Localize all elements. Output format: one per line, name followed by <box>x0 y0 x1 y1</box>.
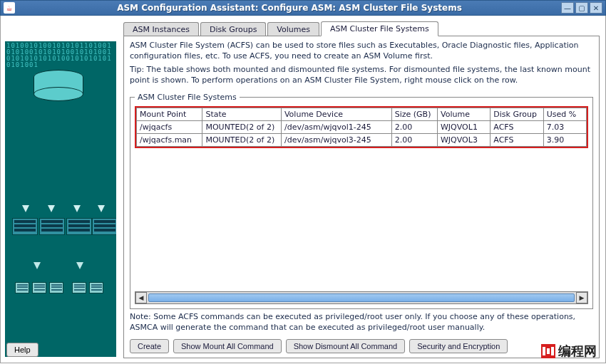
cell-mount-point[interactable]: /wjqacfs.man <box>137 134 202 147</box>
cell-size-gb[interactable]: 2.00 <box>391 134 437 147</box>
button-row: Create Show Mount All Command Show Dismo… <box>130 336 593 353</box>
fieldset-legend: ASM Cluster File Systems <box>135 93 240 102</box>
mini-tray-icon <box>49 282 63 293</box>
help-button[interactable]: Help <box>6 343 38 357</box>
storage-tray-icon <box>12 218 38 235</box>
cell-volume[interactable]: WJQVOL1 <box>437 121 490 134</box>
cell-volume[interactable]: WJQVOL3 <box>437 134 490 147</box>
scroll-right-button[interactable]: ▶ <box>576 292 587 303</box>
arrow-icon <box>48 205 55 212</box>
cell-volume-device[interactable]: /dev/asm/wjqvol3-245 <box>281 134 391 147</box>
cell-used-pct[interactable]: 3.90 <box>543 134 586 147</box>
acfs-table[interactable]: Mount Point State Volume Device Size (GB… <box>136 108 587 147</box>
cell-mount-point[interactable]: /wjqacfs <box>137 121 202 134</box>
tab-content: ASM Cluster File System (ACFS) can be us… <box>123 36 600 358</box>
cell-disk-group[interactable]: ACFS <box>491 121 543 134</box>
window-body: 1010010100101010110100101010010101010010… <box>0 16 606 363</box>
mini-tray-icon <box>32 282 46 293</box>
scroll-left-button[interactable]: ◀ <box>135 292 147 303</box>
mini-tray-icon <box>15 282 29 293</box>
mini-tray-icon <box>89 282 103 293</box>
cell-state[interactable]: MOUNTED(2 of 2) <box>202 121 282 134</box>
main-panel: ASM Instances Disk Groups Volumes ASM Cl… <box>116 16 605 363</box>
show-dismount-all-button[interactable]: Show Dismount All Command <box>286 339 406 353</box>
table-row[interactable]: /wjqacfs MOUNTED(2 of 2) /dev/asm/wjqvol… <box>137 121 587 134</box>
window-title: ASM Configuration Assistant: Configure A… <box>18 3 561 13</box>
cell-volume-device[interactable]: /dev/asm/wjqvol1-245 <box>281 121 391 134</box>
tip-text: Tip: The table shows both mounted and di… <box>130 65 593 86</box>
col-mount-point[interactable]: Mount Point <box>137 108 202 121</box>
arrow-icon <box>22 205 29 212</box>
col-size-gb[interactable]: Size (GB) <box>391 108 437 121</box>
table-header-row: Mount Point State Volume Device Size (GB… <box>137 108 587 121</box>
tab-asm-cluster-file-systems[interactable]: ASM Cluster File Systems <box>321 21 438 36</box>
cell-state[interactable]: MOUNTED(2 of 2) <box>202 134 282 147</box>
window-titlebar: ☕ ASM Configuration Assistant: Configure… <box>0 0 606 16</box>
minimize-button[interactable]: — <box>561 2 574 14</box>
window-controls: — ▢ ✕ <box>561 2 602 14</box>
horizontal-scrollbar[interactable]: ◀ ▶ <box>135 291 588 304</box>
acfs-table-highlight: Mount Point State Volume Device Size (GB… <box>135 106 588 148</box>
col-state[interactable]: State <box>202 108 282 121</box>
cell-disk-group[interactable]: ACFS <box>491 134 543 147</box>
binary-decor: 1010010100101010110100101010010101010010… <box>5 41 116 70</box>
show-mount-all-button[interactable]: Show Mount All Command <box>173 339 282 353</box>
storage-tray-icon <box>92 218 116 235</box>
tab-asm-instances[interactable]: ASM Instances <box>123 22 199 36</box>
col-volume-device[interactable]: Volume Device <box>281 108 391 121</box>
col-volume[interactable]: Volume <box>437 108 490 121</box>
col-used-pct[interactable]: Used % <box>543 108 586 121</box>
arrow-icon <box>76 262 83 269</box>
description-text: ASM Cluster File System (ACFS) can be us… <box>130 41 593 62</box>
arrow-icon <box>34 262 41 269</box>
security-encryption-button[interactable]: Security and Encryption <box>409 339 508 353</box>
col-disk-group[interactable]: Disk Group <box>491 108 543 121</box>
arrow-icon <box>73 205 81 212</box>
mini-tray-icon <box>72 282 86 293</box>
maximize-button[interactable]: ▢ <box>575 2 588 14</box>
sidebar-graphic: 1010010100101010110100101010010101010010… <box>5 41 116 357</box>
tab-disk-groups[interactable]: Disk Groups <box>200 22 266 36</box>
storage-tray-icon <box>39 218 65 235</box>
cell-size-gb[interactable]: 2.00 <box>391 121 437 134</box>
scroll-track[interactable] <box>148 293 575 302</box>
close-button[interactable]: ✕ <box>590 2 602 14</box>
acfs-fieldset: ASM Cluster File Systems Mount Point Sta… <box>130 93 593 309</box>
disk-icon <box>34 70 83 101</box>
watermark-text: 编程网 <box>558 343 597 360</box>
note-text: Note: Some ACFS commands can be executed… <box>130 312 593 333</box>
tab-volumes[interactable]: Volumes <box>267 22 319 36</box>
tab-bar: ASM Instances Disk Groups Volumes ASM Cl… <box>123 20 600 36</box>
java-icon: ☕ <box>4 2 15 14</box>
cell-used-pct[interactable]: 7.03 <box>543 121 586 134</box>
table-row[interactable]: /wjqacfs.man MOUNTED(2 of 2) /dev/asm/wj… <box>137 134 587 147</box>
table-empty-area <box>135 148 588 290</box>
arrow-icon <box>98 205 105 212</box>
create-button[interactable]: Create <box>130 339 169 353</box>
watermark-logo-icon <box>541 344 555 358</box>
storage-tray-icon <box>66 218 92 235</box>
watermark: 编程网 <box>541 343 597 360</box>
